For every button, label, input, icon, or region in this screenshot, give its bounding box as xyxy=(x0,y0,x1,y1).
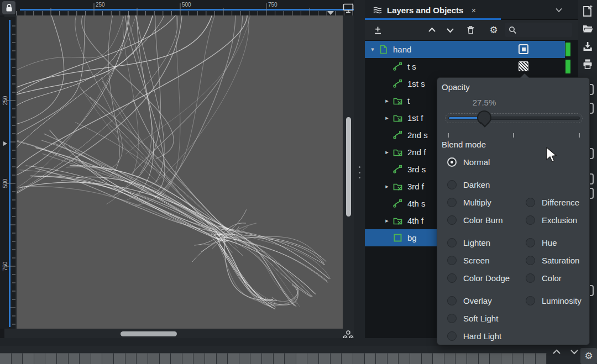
palette-swatch[interactable] xyxy=(467,353,479,364)
palette-swatch[interactable] xyxy=(331,353,342,364)
palette-swatch[interactable] xyxy=(399,353,410,364)
blend-mode-option-difference[interactable]: Difference xyxy=(526,193,579,211)
layer-settings-button[interactable]: ⚙ xyxy=(486,23,501,37)
palette-swatch[interactable] xyxy=(171,353,182,364)
palette-scroll-up-button[interactable] xyxy=(551,347,563,356)
palette-swatch[interactable] xyxy=(262,353,274,364)
palette-swatch[interactable] xyxy=(376,353,387,364)
blend-mode-option-darken[interactable]: Darken xyxy=(447,176,490,193)
print-document-button[interactable] xyxy=(581,57,594,71)
blend-mode-option-hard-light[interactable]: Hard Light xyxy=(447,327,501,345)
palette-swatch[interactable] xyxy=(274,353,285,364)
palette-swatch[interactable] xyxy=(57,353,69,364)
palette-swatch[interactable] xyxy=(228,353,239,364)
radio-color-dodge[interactable] xyxy=(447,273,457,283)
radio-darken[interactable] xyxy=(447,180,457,189)
palette-swatch[interactable] xyxy=(23,353,34,364)
delete-layer-button[interactable] xyxy=(463,23,478,37)
guide-lock-button[interactable] xyxy=(2,1,15,14)
panel-menu-button[interactable] xyxy=(554,5,565,16)
palette-swatch[interactable] xyxy=(45,353,57,364)
expander-collapsed-icon[interactable]: ▸ xyxy=(383,114,391,122)
new-document-button[interactable] xyxy=(581,4,594,18)
palette-swatch[interactable] xyxy=(205,353,217,364)
radio-soft-light[interactable] xyxy=(447,314,457,323)
palette-swatch[interactable] xyxy=(501,353,513,364)
palette-swatch[interactable] xyxy=(193,353,205,364)
close-tab-button[interactable]: × xyxy=(471,6,476,15)
palette-swatch[interactable] xyxy=(250,353,262,364)
palette-swatch[interactable] xyxy=(217,353,228,364)
radio-multiply[interactable] xyxy=(447,198,457,207)
palette-swatch[interactable] xyxy=(319,353,331,364)
radio-saturation[interactable] xyxy=(526,256,535,265)
palette-swatch[interactable] xyxy=(137,353,148,364)
open-document-button[interactable] xyxy=(581,22,594,35)
palette-swatch[interactable] xyxy=(239,353,251,364)
raise-layer-button[interactable] xyxy=(425,23,439,37)
lower-layer-button[interactable] xyxy=(443,23,457,37)
palette-swatch[interactable] xyxy=(455,353,467,364)
search-input[interactable] xyxy=(505,23,572,37)
blend-mode-option-multiply[interactable]: Multiply xyxy=(447,193,491,211)
layer-row-t-s[interactable]: t s xyxy=(365,58,572,75)
blend-mode-option-color-burn[interactable]: Color Burn xyxy=(447,211,503,229)
expander-collapsed-icon[interactable]: ▸ xyxy=(383,183,391,190)
palette-swatch[interactable] xyxy=(444,353,456,364)
palette-swatch[interactable] xyxy=(524,353,536,364)
expander-expanded-icon[interactable]: ▾ xyxy=(368,46,377,53)
palette-swatch[interactable] xyxy=(114,353,125,364)
radio-overlay[interactable] xyxy=(447,296,457,305)
palette-settings-button[interactable]: ⚙ xyxy=(580,348,597,364)
palette-swatch[interactable] xyxy=(410,353,422,364)
blend-mode-option-normal[interactable]: Normal xyxy=(447,153,490,171)
blend-mode-option-screen[interactable]: Screen xyxy=(447,251,490,269)
blend-mode-option-exclusion[interactable]: Exclusion xyxy=(526,211,577,229)
radio-luminosity[interactable] xyxy=(526,296,535,305)
drawing-canvas[interactable] xyxy=(17,15,343,329)
palette-swatch[interactable] xyxy=(307,353,319,364)
layer-color-tag[interactable] xyxy=(565,60,570,73)
palette-swatch[interactable] xyxy=(91,353,103,364)
palette-swatch[interactable] xyxy=(422,353,433,364)
blend-mode-option-soft-light[interactable]: Soft Light xyxy=(447,309,498,327)
blend-mode-option-saturation[interactable]: Saturation xyxy=(526,251,579,269)
blend-mode-option-overlay[interactable]: Overlay xyxy=(447,292,492,309)
palette-swatch[interactable] xyxy=(102,353,114,364)
palette-swatch[interactable] xyxy=(148,353,160,364)
panel-resize-grip[interactable] xyxy=(356,165,363,180)
radio-hue[interactable] xyxy=(526,238,535,247)
vertical-scrollbar-thumb[interactable] xyxy=(346,117,351,217)
palette-swatch[interactable] xyxy=(296,353,308,364)
expander-collapsed-icon[interactable]: ▸ xyxy=(383,149,391,156)
radio-difference[interactable] xyxy=(526,198,535,207)
palette-swatch[interactable] xyxy=(490,353,501,364)
palette-swatch[interactable] xyxy=(387,353,399,364)
palette-swatch[interactable] xyxy=(342,353,353,364)
radio-color-burn[interactable] xyxy=(447,215,457,225)
layer-opacity-badge[interactable] xyxy=(519,44,528,54)
blend-mode-option-color[interactable]: Color xyxy=(526,269,562,287)
palette-swatch[interactable] xyxy=(69,353,80,364)
palette-swatch[interactable] xyxy=(12,353,23,364)
expander-collapsed-icon[interactable]: ▸ xyxy=(383,97,391,104)
palette-swatch[interactable] xyxy=(433,353,444,364)
radio-hard-light[interactable] xyxy=(447,331,457,341)
palette-swatch[interactable] xyxy=(125,353,137,364)
tab-layers-and-objects[interactable]: Layers and Objects × xyxy=(365,0,476,20)
palette-swatch[interactable] xyxy=(353,353,365,364)
expander-collapsed-icon[interactable]: ▸ xyxy=(383,217,391,224)
save-document-button[interactable] xyxy=(581,40,594,53)
layer-color-tag[interactable] xyxy=(565,43,570,56)
layer-row-hand[interactable]: ▾hand xyxy=(365,41,572,58)
radio-lighten[interactable] xyxy=(447,238,457,247)
radio-color[interactable] xyxy=(526,273,535,283)
canvas-vertical-scrollbar[interactable] xyxy=(344,15,354,329)
palette-swatch[interactable] xyxy=(34,353,46,364)
blend-mode-option-luminosity[interactable]: Luminosity xyxy=(526,292,582,309)
layer-opacity-badge-custom[interactable] xyxy=(519,61,528,71)
palette-swatch[interactable] xyxy=(80,353,91,364)
palette-swatch[interactable] xyxy=(512,353,524,364)
palette-swatch[interactable] xyxy=(0,353,12,364)
radio-normal[interactable] xyxy=(447,157,457,167)
